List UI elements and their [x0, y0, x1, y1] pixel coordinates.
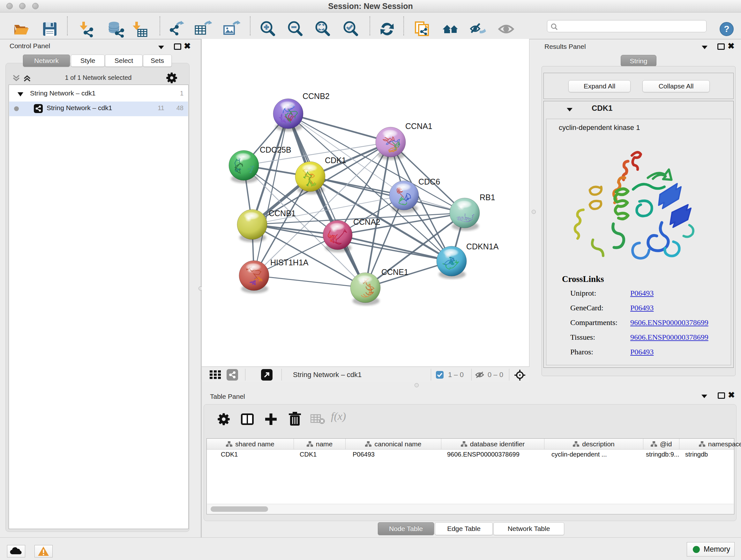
help-icon[interactable]: ? — [719, 22, 734, 38]
import-table-file-icon[interactable] — [131, 20, 148, 39]
column-header-namespace[interactable]: namespace — [679, 439, 741, 449]
cell-description[interactable]: cyclin-dependent ... — [544, 449, 643, 460]
table-panel-close-icon[interactable]: ✖ — [728, 392, 735, 399]
column-header--id[interactable]: @id — [643, 439, 679, 449]
table-delete-icon[interactable] — [288, 412, 301, 428]
import-network-database-icon[interactable] — [106, 20, 124, 39]
node-CDKN1A[interactable] — [436, 246, 467, 279]
cell-database-identifier[interactable]: 9606.ENSP00000378699 — [441, 449, 544, 460]
node-CCNE1[interactable] — [350, 273, 381, 305]
splitter-grip[interactable] — [414, 383, 419, 387]
hide-selected-icon[interactable] — [469, 20, 487, 40]
node-CCNB1[interactable] — [237, 209, 267, 242]
network-row-selected[interactable]: String Network – cdk1 11 48 — [9, 102, 188, 116]
birdseye-grid-icon[interactable] — [210, 370, 221, 381]
export-image-icon[interactable] — [222, 20, 240, 39]
tab-sets[interactable]: Sets — [143, 55, 172, 67]
control-panel-float-icon[interactable] — [174, 44, 181, 51]
selected-checkbox-icon — [435, 371, 444, 380]
crosslink-link[interactable]: P06493 — [630, 348, 654, 356]
search-input[interactable] — [547, 20, 706, 32]
export-table-icon[interactable] — [194, 20, 212, 39]
network-edge-count: 48 — [169, 105, 184, 112]
edge-HIST1H1A-CCNE1[interactable] — [254, 275, 365, 288]
results-panel-float-icon[interactable] — [718, 44, 725, 51]
open-in-browser-button[interactable] — [261, 369, 273, 381]
tab-network[interactable]: Network — [23, 55, 70, 67]
home-neighbors-icon[interactable] — [441, 20, 460, 40]
edge-CDK1-RB1[interactable] — [310, 177, 465, 213]
zoom-in-icon[interactable] — [259, 20, 277, 39]
node-RB1[interactable] — [450, 198, 480, 231]
section-collapse-icon[interactable] — [567, 107, 572, 113]
memory-button[interactable]: Memory — [687, 542, 735, 557]
show-all-icon[interactable] — [497, 20, 515, 40]
table-add-icon[interactable] — [264, 412, 278, 428]
network-graph[interactable]: CCNB2CCNA1CDC25BCDK1CDC6RB1CCNB1CCNA2CDK… — [202, 39, 529, 367]
edge-CCNA2-CDKN1A[interactable] — [338, 235, 452, 261]
node-CCNA1[interactable] — [376, 127, 406, 160]
table-delete-column-icon[interactable] — [311, 414, 325, 426]
column-header-name[interactable]: name — [294, 439, 346, 449]
tab-style[interactable]: Style — [71, 55, 105, 67]
cell--id[interactable]: stringdb:9... — [643, 449, 679, 460]
tab-node-table[interactable]: Node Table — [378, 522, 434, 535]
share-network-button[interactable] — [226, 369, 238, 381]
crosslink-link[interactable]: 9606.ENSP00000378699 — [630, 333, 709, 341]
table-function-icon[interactable]: f(x) — [331, 410, 346, 422]
crosslink-link[interactable]: P06493 — [630, 304, 654, 312]
open-session-icon[interactable] — [12, 20, 30, 39]
column-header-description[interactable]: description — [544, 439, 643, 449]
table-panel-menu-icon[interactable] — [701, 394, 707, 399]
node-CDC6[interactable] — [389, 181, 419, 212]
cloud-button[interactable] — [7, 545, 25, 557]
node-CDC25B[interactable] — [229, 150, 259, 183]
fit-content-crosshair-icon[interactable] — [514, 369, 526, 382]
cell-namespace[interactable]: stringdb — [679, 449, 741, 460]
warning-button[interactable] — [35, 545, 53, 557]
table-hscrollbar[interactable] — [207, 504, 734, 514]
tab-select[interactable]: Select — [105, 55, 143, 67]
tab-network-table[interactable]: Network Table — [493, 522, 564, 535]
collapse-all-button[interactable]: Collapse All — [643, 80, 710, 92]
table-hscrollbar-thumb[interactable] — [211, 506, 268, 512]
node-CCNB2[interactable] — [273, 99, 303, 131]
zoom-fit-icon[interactable] — [314, 20, 332, 39]
import-network-file-icon[interactable] — [78, 20, 95, 39]
table-panel-float-icon[interactable] — [718, 392, 725, 400]
network-options-gear-icon[interactable] — [165, 71, 178, 85]
control-panel-menu-icon[interactable] — [158, 45, 164, 51]
zoom-out-icon[interactable] — [286, 20, 304, 39]
table-columns-icon[interactable] — [240, 413, 254, 427]
table-gear-icon[interactable] — [217, 412, 231, 428]
zoom-selected-icon[interactable] — [342, 20, 360, 39]
column-header-shared-name[interactable]: shared name — [207, 439, 294, 449]
results-panel-menu-icon[interactable] — [702, 45, 708, 51]
collection-expander-icon[interactable] — [17, 91, 24, 97]
copy-style-icon[interactable] — [414, 20, 431, 39]
results-panel-close-icon[interactable]: ✖ — [728, 43, 735, 50]
tab-string[interactable]: String — [621, 55, 657, 67]
cell-name[interactable]: CDK1 — [294, 449, 346, 460]
toolbar-separator — [403, 16, 404, 36]
network-canvas[interactable]: CCNB2CCNA1CDC25BCDK1CDC6RB1CCNB1CCNA2CDK… — [202, 39, 529, 367]
cell-canonical-name[interactable]: P06493 — [346, 449, 441, 460]
refresh-icon[interactable] — [378, 20, 396, 39]
save-session-icon[interactable] — [42, 21, 58, 39]
column-header-canonical-name[interactable]: canonical name — [346, 439, 441, 449]
node-CDK1[interactable] — [295, 162, 325, 194]
splitter-grip[interactable] — [532, 210, 536, 214]
control-panel-close-icon[interactable]: ✖ — [184, 43, 191, 50]
tab-edge-table[interactable]: Edge Table — [435, 522, 493, 535]
crosslink-link[interactable]: P06493 — [630, 289, 654, 298]
column-header-database-identifier[interactable]: database identifier — [441, 439, 544, 449]
expand-all-networks-icon[interactable] — [22, 73, 32, 84]
collapse-all-networks-icon[interactable] — [11, 73, 21, 84]
crosslink-link[interactable]: 9606.ENSP00000378699 — [630, 318, 709, 327]
network-collection-row[interactable]: String Network – cdk1 1 — [9, 87, 188, 102]
node-CCNA2[interactable] — [323, 220, 352, 252]
node-HIST1H1A[interactable] — [239, 260, 269, 293]
export-network-icon[interactable] — [167, 20, 185, 39]
expand-all-button[interactable]: Expand All — [568, 80, 630, 92]
cell-shared-name[interactable]: CDK1 — [207, 449, 294, 460]
